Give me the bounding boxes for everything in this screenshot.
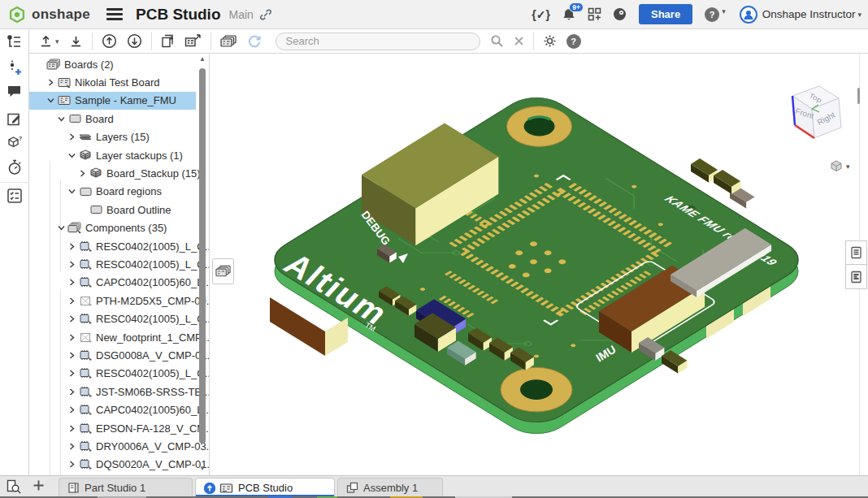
notifications-bell-icon[interactable]: 9+ — [562, 7, 576, 22]
tree-row[interactable]: Layer stackups (1) — [29, 146, 196, 164]
chevron-right-icon[interactable] — [66, 279, 77, 286]
tree-row[interactable]: Layers (15) — [29, 128, 196, 146]
chevron-right-icon[interactable] — [66, 443, 77, 450]
toolbar-help-icon[interactable]: ? — [563, 31, 584, 52]
avatar[interactable] — [740, 6, 757, 24]
chevron-right-icon[interactable] — [66, 261, 77, 268]
right-scroll-thumb[interactable] — [857, 88, 860, 104]
download-button[interactable] — [66, 31, 86, 52]
tree-row[interactable]: Board Outline — [29, 201, 196, 219]
tree-scrollbar[interactable]: ▲ ▼ — [197, 55, 207, 472]
viewport-3d[interactable]: KAME FMU rev.2 2019 Altium TM DEBUG IMU — [210, 54, 868, 475]
view-options-button[interactable]: ▾ — [829, 159, 850, 174]
chevron-right-icon[interactable] — [66, 133, 77, 141]
chevron-right-icon[interactable] — [66, 370, 77, 377]
learning-center-icon[interactable] — [613, 7, 627, 21]
notes-edit-icon[interactable] — [7, 112, 23, 128]
user-name[interactable]: Onshape Instructor — [762, 8, 856, 20]
view-cube[interactable]: Top Front Right — [792, 86, 841, 138]
boards-manager-button[interactable] — [217, 31, 240, 52]
pcb-icon — [219, 483, 233, 494]
tree-row[interactable]: PTH-M2D5X5_CMP-00... — [29, 292, 196, 310]
tree-row[interactable]: Board regions — [29, 183, 196, 201]
tree-row[interactable]: CAPC0402(1005)60_L... — [29, 401, 196, 418]
user-menu-caret-icon[interactable]: ▾ — [857, 11, 861, 19]
chevron-right-icon[interactable] — [45, 79, 56, 86]
layers-panel-button[interactable] — [845, 265, 867, 289]
onshape-logo[interactable]: onshape — [8, 6, 90, 24]
app-store-icon[interactable] — [588, 7, 601, 21]
collapsed-boards-panel-tab[interactable] — [212, 258, 234, 284]
history-stopwatch-icon[interactable] — [7, 159, 23, 175]
chevron-right-icon[interactable] — [66, 243, 77, 250]
chevron-down-icon[interactable] — [45, 97, 56, 104]
tab-pcb-studio[interactable]: PCB Studio — [195, 478, 335, 497]
tree-row[interactable]: RESC0402(1005)_L_C... — [29, 365, 196, 383]
chevron-right-icon[interactable] — [66, 315, 77, 323]
notes-panel-button[interactable] — [845, 240, 867, 265]
tree-row[interactable]: EPSON-FA-128_V_CM... — [29, 419, 196, 437]
part-help-cube-icon[interactable]: ? — [7, 135, 23, 151]
settings-gear-icon[interactable] — [540, 31, 560, 52]
scrollbar-thumb[interactable] — [199, 68, 206, 444]
chevron-right-icon[interactable] — [66, 352, 77, 359]
feature-list-icon[interactable] — [7, 34, 23, 50]
tree-row[interactable]: Nikolai Test Board — [29, 73, 196, 91]
boards-icon — [46, 58, 62, 71]
search-tabs-icon[interactable] — [7, 479, 21, 497]
scroll-down-icon[interactable]: ▼ — [197, 465, 207, 472]
scroll-up-icon[interactable]: ▲ — [197, 55, 207, 63]
chevron-down-icon[interactable] — [66, 152, 77, 159]
upload-menu-caret-icon[interactable]: ▾ — [55, 37, 59, 45]
chevron-right-icon[interactable] — [66, 388, 77, 396]
tree-row[interactable]: New_footprint_1_CMP... — [29, 328, 196, 346]
share-button[interactable]: Share — [639, 4, 692, 24]
checklist-icon[interactable] — [7, 188, 23, 204]
tree-row[interactable]: Boards (2) — [29, 55, 196, 73]
tree-row[interactable]: DQS0020A_V_CMP-01... — [29, 456, 196, 474]
search-input[interactable] — [276, 32, 480, 50]
add-tab-button[interactable] — [33, 479, 45, 495]
chevron-down-icon[interactable] — [55, 115, 67, 123]
tree-row-label: Sample - Kame_FMU — [75, 94, 176, 106]
push-to-document-button[interactable] — [98, 31, 120, 52]
tree-row[interactable]: RESC0402(1005)_L_C... — [29, 310, 196, 327]
chevron-right-icon[interactable] — [66, 425, 77, 432]
refresh-button-disabled[interactable] — [243, 31, 266, 52]
chevron-down-icon[interactable] — [66, 188, 77, 195]
chevron-right-icon[interactable] — [66, 297, 77, 305]
chevron-right-icon[interactable] — [66, 334, 77, 341]
chevron-right-icon[interactable] — [66, 461, 77, 468]
tree-row[interactable]: JST-SM06B-SRSS-TB... — [29, 383, 196, 401]
tree-row[interactable]: RESC0402(1005)_L_C... — [29, 237, 196, 255]
tree-row-label: JST-SM06B-SRSS-TB... — [96, 386, 210, 398]
help-menu[interactable]: ? ▾ — [705, 7, 726, 22]
tree-row[interactable]: DRY0006A_V_CMP-03... — [29, 437, 196, 455]
tree-row[interactable]: Sample - Kame_FMU — [29, 92, 196, 110]
tree-row[interactable]: DSG0008A_V_CMP-01... — [29, 346, 196, 364]
link-icon[interactable] — [259, 8, 272, 21]
featurescript-icon[interactable]: {✓} — [532, 8, 550, 21]
tree-row[interactable]: Components (35) — [29, 219, 196, 237]
chevron-down-icon[interactable] — [55, 224, 67, 232]
tree-row[interactable]: RESC0402(1005)_L_C... — [29, 255, 196, 273]
insert-item-icon[interactable] — [7, 59, 23, 76]
workspace-name[interactable]: Main — [229, 8, 254, 21]
search-icon[interactable] — [487, 31, 507, 52]
upload-button[interactable]: ▾ — [36, 31, 63, 52]
export-board-button[interactable] — [181, 31, 205, 52]
tree-row[interactable]: Board_Stackup (15) — [29, 164, 196, 182]
tree-row[interactable]: Board — [29, 110, 196, 128]
document-title: PCB Studio — [136, 6, 221, 24]
tab-assembly-1[interactable]: Assembly 1 — [337, 478, 443, 497]
clear-search-icon[interactable] — [510, 31, 527, 52]
tree-row[interactable]: CAPC0402(1005)60_L... — [29, 274, 196, 292]
copy-board-button[interactable] — [158, 31, 178, 52]
tab-part-studio-1[interactable]: Part Studio 1 — [59, 478, 193, 497]
main-menu-icon[interactable] — [106, 8, 123, 20]
chevron-right-icon[interactable] — [66, 406, 77, 414]
pull-from-document-button[interactable] — [124, 31, 145, 52]
comments-icon[interactable] — [7, 84, 23, 101]
chevron-right-icon[interactable] — [76, 170, 88, 177]
region-icon — [67, 114, 83, 123]
